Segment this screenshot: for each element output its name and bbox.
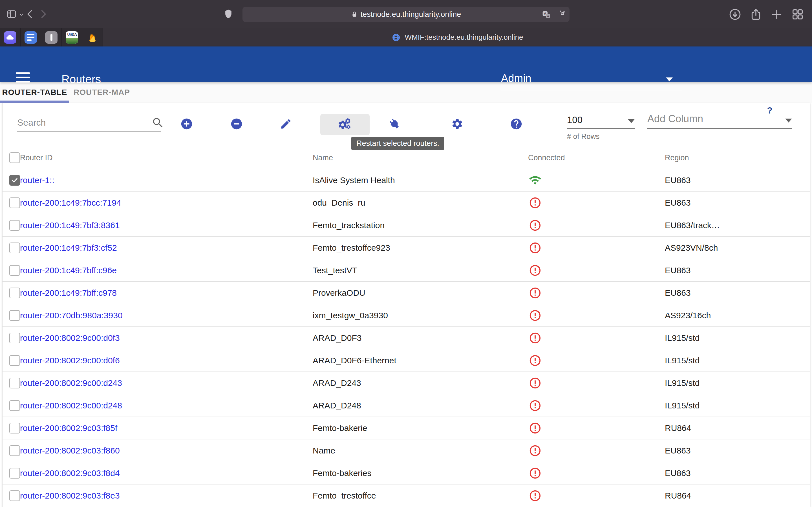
- router-id-link[interactable]: router-200:8002:9c03:f85f: [20, 424, 117, 433]
- rows-per-page-select[interactable]: 100: [567, 115, 635, 129]
- router-id-link[interactable]: router-200:8002:9c00:d248: [20, 401, 122, 410]
- settings-button[interactable]: [451, 117, 463, 130]
- router-id-link[interactable]: router-200:8002:9c00:d0f3: [20, 333, 120, 343]
- user-menu-select[interactable]: Admin: [501, 71, 682, 91]
- router-id-link[interactable]: router-200:8002:9c00:d0f6: [20, 356, 120, 365]
- pinned-tab-docs[interactable]: [20, 28, 41, 47]
- new-tab-icon[interactable]: [770, 8, 783, 21]
- app-header: Routers Admin ?: [0, 47, 812, 82]
- router-name: Femto_trestoffce923: [313, 243, 390, 252]
- error-status-icon: [529, 264, 542, 277]
- col-region[interactable]: Region: [665, 147, 689, 169]
- row-checkbox[interactable]: [9, 333, 20, 343]
- tab-title: WMIF:testnode.eu.thingularity.online: [405, 33, 523, 42]
- router-id-link[interactable]: router-200:1c49:7bf3:8361: [20, 221, 120, 230]
- url-bar[interactable]: testnode.eu.thingularity.online Aa: [243, 7, 569, 22]
- header-help-icon[interactable]: ?: [763, 104, 776, 117]
- downloads-icon[interactable]: [728, 8, 742, 21]
- table-row: router-1:: IsAlive System Health EU863: [3, 169, 810, 191]
- active-tab[interactable]: WMIF:testnode.eu.thingularity.online: [103, 28, 812, 47]
- select-all-checkbox[interactable]: [9, 152, 20, 163]
- router-id-link[interactable]: router-200:1c49:7bf3:cf52: [20, 243, 117, 252]
- row-checkbox[interactable]: [9, 423, 20, 434]
- connect-router-button[interactable]: [388, 117, 401, 130]
- row-checkbox[interactable]: [9, 378, 20, 388]
- router-region: EU863: [665, 198, 691, 208]
- error-status-icon: [529, 377, 542, 390]
- shield-icon[interactable]: [223, 8, 234, 20]
- router-region: IL915/std: [665, 356, 700, 365]
- error-status-icon: [529, 421, 542, 435]
- table-row: router-200:8002:9c03:f85f Femto-bakerie …: [3, 417, 810, 439]
- row-checkbox[interactable]: [9, 242, 20, 253]
- router-region: IL915/std: [665, 401, 700, 410]
- translate-icon[interactable]: Aa: [542, 10, 551, 19]
- router-region: EU863: [665, 468, 691, 478]
- table-row: router-200:1c49:7bcc:7194 odu_Denis_ru E…: [3, 191, 810, 214]
- tab-overview-icon[interactable]: [791, 8, 804, 21]
- col-router-id[interactable]: Router ID: [20, 147, 53, 169]
- table-row: router-200:8002:9c03:f860 Name EU863: [3, 439, 810, 462]
- router-region: AS923/16ch: [665, 311, 711, 320]
- active-tab-indicator: [0, 101, 69, 103]
- table-row: router-200:8002:9c03:f8e3 Femto_trestoff…: [3, 485, 810, 507]
- router-id-link[interactable]: router-200:8002:9c03:f860: [20, 446, 120, 455]
- refresh-icon[interactable]: [704, 104, 718, 117]
- row-checkbox[interactable]: [9, 310, 20, 321]
- table-row: router-200:1c49:7bf3:cf52 Femto_trestoff…: [3, 237, 810, 259]
- search-icon[interactable]: [151, 116, 164, 129]
- router-region: IL915/std: [665, 378, 700, 388]
- cloud-icon: [6, 34, 14, 41]
- sidebar-chevron-down-icon[interactable]: [18, 12, 24, 17]
- pinned-tab-cloud[interactable]: [0, 28, 20, 47]
- pinned-tab-firebase[interactable]: [82, 28, 103, 47]
- tab-router-table[interactable]: ROUTER-TABLE: [0, 82, 69, 103]
- router-id-link[interactable]: router-200:1c49:7bcc:7194: [20, 198, 121, 208]
- help-button[interactable]: [510, 117, 523, 130]
- row-checkbox[interactable]: [9, 288, 20, 298]
- router-id-link[interactable]: router-200:70db:980a:3930: [20, 311, 123, 320]
- restart-routers-button[interactable]: [338, 117, 351, 130]
- reload-icon[interactable]: [557, 10, 565, 19]
- connected-wifi-icon: [529, 174, 542, 187]
- row-checkbox[interactable]: [9, 355, 20, 366]
- col-name[interactable]: Name: [313, 147, 333, 169]
- view-tabs: ROUTER-TABLE ROUTER-MAP: [0, 82, 812, 103]
- add-router-button[interactable]: [180, 117, 193, 130]
- router-name: Femto_trackstation: [313, 221, 385, 230]
- row-checkbox[interactable]: [9, 175, 20, 186]
- edit-router-button[interactable]: [280, 117, 292, 130]
- share-icon[interactable]: [749, 8, 762, 21]
- search-input[interactable]: Search: [17, 114, 161, 131]
- router-name: Femto_trestoffce: [313, 491, 376, 501]
- sidebar-toggle-icon[interactable]: [6, 9, 17, 19]
- table-body: router-1:: IsAlive System Health EU863 r…: [3, 169, 810, 507]
- usda-logo: USDA: [67, 33, 77, 37]
- pinned-tab-usda[interactable]: USDA: [62, 28, 82, 47]
- chevron-down-icon: [628, 119, 635, 123]
- pinned-tab-gray-i[interactable]: [41, 28, 62, 47]
- router-id-link[interactable]: router-200:8002:9c00:d243: [20, 378, 122, 388]
- router-id-link[interactable]: router-1::: [20, 175, 54, 185]
- router-id-link[interactable]: router-200:1c49:7bff:c96e: [20, 266, 117, 275]
- row-checkbox[interactable]: [9, 490, 20, 501]
- forward-icon[interactable]: [37, 8, 49, 20]
- router-id-link[interactable]: router-200:8002:9c03:f8d4: [20, 468, 120, 478]
- row-checkbox[interactable]: [9, 445, 20, 456]
- error-status-icon: [529, 196, 542, 209]
- col-connected[interactable]: Connected: [528, 147, 565, 169]
- row-checkbox[interactable]: [9, 198, 20, 208]
- row-checkbox[interactable]: [9, 265, 20, 276]
- row-checkbox[interactable]: [9, 400, 20, 411]
- router-id-link[interactable]: router-200:1c49:7bff:c978: [20, 288, 117, 298]
- row-checkbox[interactable]: [9, 220, 20, 231]
- router-name: ARAD_D0F6-Ethernet: [313, 356, 396, 365]
- router-table-card: Search Restart selected routers. 100 # o…: [2, 103, 810, 507]
- router-id-link[interactable]: router-200:8002:9c03:f8e3: [20, 491, 120, 501]
- remove-router-button[interactable]: [230, 117, 243, 130]
- back-icon[interactable]: [24, 8, 36, 20]
- row-checkbox[interactable]: [9, 468, 20, 478]
- url-text: testnode.eu.thingularity.online: [361, 10, 461, 19]
- chevron-down-icon: [666, 77, 673, 81]
- menu-icon[interactable]: [16, 72, 30, 82]
